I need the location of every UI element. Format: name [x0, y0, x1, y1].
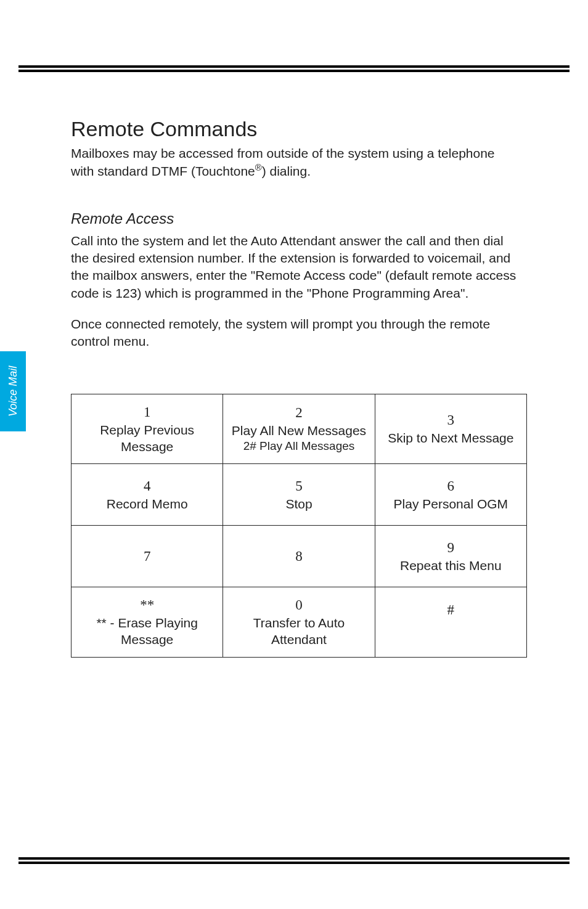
key-num: 8 [295, 548, 303, 564]
subsection-p1: Call into the system and let the Auto At… [71, 232, 517, 302]
key-num: 9 [447, 540, 455, 555]
keypad-cell-4: 4 Record Memo [71, 464, 223, 526]
keypad-cell-star: ** ** - Erase Playing Message [71, 587, 223, 657]
keypad-cell-5: 5 Stop [223, 464, 375, 526]
top-double-rule [18, 70, 570, 72]
intro-text-2: ) dialing. [262, 164, 311, 178]
keypad-cell-2: 2 Play All New Messages 2# Play All Mess… [223, 394, 375, 463]
keypad-cell-3: 3 Skip to Next Message [375, 394, 526, 463]
table-row: 1 Replay Previous Message 2 Play All New… [71, 394, 527, 463]
key-num: 1 [144, 404, 151, 420]
key-num: 2 [295, 405, 303, 420]
section-intro: Mailboxes may be accessed from outside o… [71, 145, 517, 181]
key-num: 0 [295, 597, 303, 613]
registered-symbol: ® [255, 163, 262, 173]
key-label: Record Memo [78, 495, 216, 512]
key-label: Replay Previous Message [78, 422, 216, 455]
keypad-cell-7: 7 [71, 526, 223, 587]
key-num: ** [140, 597, 154, 613]
keypad-cell-8: 8 [223, 526, 375, 587]
keypad-cell-1: 1 Replay Previous Message [71, 394, 223, 463]
key-label: ** - Erase Playing Message [78, 614, 216, 648]
key-num: 3 [447, 412, 455, 428]
key-num: 7 [144, 548, 151, 564]
key-label: Transfer to Auto Attendant [229, 614, 368, 648]
table-row: 7 8 9 Repeat this Menu [71, 526, 527, 587]
key-num: 6 [447, 478, 455, 494]
key-label: Repeat this Menu [382, 557, 520, 574]
table-row: ** ** - Erase Playing Message 0 Transfer… [71, 587, 527, 657]
keypad-cell-9: 9 Repeat this Menu [375, 526, 526, 587]
section-title: Remote Commands [71, 117, 517, 141]
side-tab-voice-mail: Voice Mail [0, 351, 26, 431]
key-label: Play All New Messages [229, 422, 368, 439]
remote-keypad-table: 1 Replay Previous Message 2 Play All New… [71, 394, 527, 658]
key-label: Skip to Next Message [382, 430, 520, 446]
keypad-cell-0: 0 Transfer to Auto Attendant [223, 587, 375, 657]
keypad-cell-6: 6 Play Personal OGM [375, 464, 526, 526]
bottom-double-rule [18, 857, 570, 860]
key-sub: 2# Play All Messages [229, 439, 368, 454]
key-num: 4 [144, 478, 151, 494]
subsection-p2: Once connected remotely, the system will… [71, 316, 517, 351]
key-label: Play Personal OGM [382, 495, 520, 512]
key-num: # [447, 602, 455, 618]
keypad-cell-hash: # [375, 587, 526, 657]
subsection-title: Remote Access [71, 210, 517, 227]
key-num: 5 [295, 478, 303, 494]
table-row: 4 Record Memo 5 Stop 6 Play Personal OGM [71, 464, 527, 526]
key-label: Stop [229, 495, 368, 512]
